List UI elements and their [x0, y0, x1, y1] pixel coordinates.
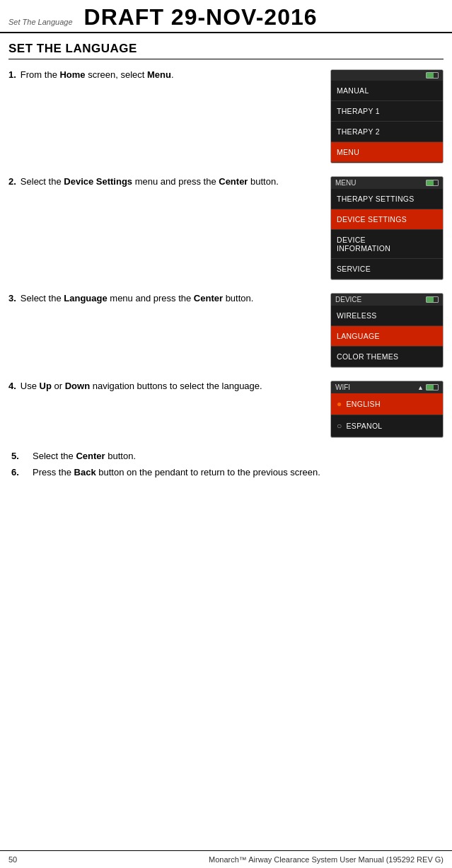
page-number: 50 [8, 855, 17, 864]
device-menu-item-1-2: THERAPY 2 [331, 122, 443, 142]
step-row-3: 3.Select the Language menu and press the… [8, 293, 444, 368]
footer-copyright: Monarch™ Airway Clearance System User Ma… [209, 855, 444, 864]
step-bold-2-1: Device Settings [64, 176, 132, 187]
step-text-1: 1.From the Home screen, select Menu. [8, 69, 330, 80]
device-screen-1: MANUALTHERAPY 1THERAPY 2MENU [330, 69, 444, 163]
device-screen-3: DEVICEWIRELESSLANGUAGECOLOR THEMES [330, 293, 444, 368]
step-number-1: 1. [8, 69, 16, 80]
device-battery-2 [426, 180, 439, 186]
simple-step-number-1: 5. [11, 451, 28, 461]
device-menu-item-2-1: DEVICE SETTINGS [331, 209, 443, 230]
step-para-1: From the Home screen, select Menu. [21, 69, 174, 80]
header-title: DRAFT 29-NOV-2016 [84, 4, 318, 30]
simple-step-bold-1-1: Center [76, 451, 105, 461]
device-menu-item-3-2: COLOR THEMES [331, 347, 443, 367]
page-footer: 50 Monarch™ Airway Clearance System User… [0, 850, 452, 868]
step-text-2: 2.Select the Device Settings menu and pr… [8, 176, 330, 187]
simple-step-text-1: Select the Center button. [33, 451, 136, 461]
device-header-3: DEVICE [331, 294, 443, 306]
device-screen-4: WIFI▲●ENGLISH○ESPANOL [330, 381, 444, 438]
step-number-3: 3. [8, 293, 16, 303]
device-menu-item-3-0: WIRELESS [331, 306, 443, 326]
device-header-1 [331, 70, 443, 81]
step-bold-2-3: Center [219, 176, 248, 187]
device-menu-item-3-1: LANGUAGE [331, 326, 443, 347]
device-menu-item-4-1: ○ESPANOL [331, 415, 443, 437]
step-para-4: Use Up or Down navigation buttons to sel… [21, 381, 262, 391]
step-row-1: 1.From the Home screen, select Menu.MANU… [8, 69, 444, 163]
step-bold-3-1: Language [64, 293, 107, 303]
device-menu-item-1-3: MENU [331, 142, 443, 163]
device-menu-item-2-3: SERVICE [331, 259, 443, 279]
steps-container: 1.From the Home screen, select Menu.MANU… [8, 69, 444, 438]
device-menu-item-4-0: ●ENGLISH [331, 393, 443, 415]
battery-icon-3 [426, 296, 439, 303]
step-para-3: Select the Language menu and press the C… [21, 293, 254, 303]
main-content: SET THE LANGUAGE 1.From the Home screen,… [0, 33, 452, 511]
device-menu-item-2-0: THERAPY SETTINGS [331, 189, 443, 209]
battery-icon-2 [426, 180, 439, 186]
device-header-4: WIFI▲ [331, 381, 443, 393]
wifi-icon-4: ▲ [417, 384, 424, 391]
device-header-label-2: MENU [335, 179, 356, 187]
battery-icon-1 [426, 72, 439, 79]
step-text-4: 4.Use Up or Down navigation buttons to s… [8, 381, 330, 391]
header-subtitle: Set The Language [8, 18, 73, 26]
step-number-4: 4. [8, 381, 16, 391]
device-header-label-3: DEVICE [335, 296, 361, 303]
step-text-3: 3.Select the Language menu and press the… [8, 293, 330, 303]
radio-icon-4-0: ● [337, 399, 342, 409]
device-header-2: MENU [331, 177, 443, 189]
device-battery-1 [426, 72, 439, 79]
device-menu-item-2-2: DEVICEINFORMATION [331, 230, 443, 259]
step-bold-3-3: Center [194, 293, 223, 303]
step-bold-4-3: Down [65, 381, 90, 391]
simple-step-bold-2-1: Back [74, 467, 96, 478]
device-header-label-4: WIFI [335, 383, 350, 391]
device-menu-item-1-0: MANUAL [331, 81, 443, 101]
simple-step-number-2: 6. [11, 467, 28, 478]
step-para-2: Select the Device Settings menu and pres… [21, 176, 279, 187]
battery-icon-4 [426, 384, 439, 390]
page-header: Set The Language DRAFT 29-NOV-2016 [0, 0, 452, 33]
simple-step-1: 5.Select the Center button. [8, 451, 444, 461]
device-battery-3 [426, 296, 439, 303]
step-number-2: 2. [8, 176, 16, 187]
step-row-4: 4.Use Up or Down navigation buttons to s… [8, 381, 444, 438]
step-row-2: 2.Select the Device Settings menu and pr… [8, 176, 444, 280]
device-battery-4: ▲ [417, 384, 439, 391]
section-title: SET THE LANGUAGE [8, 42, 444, 59]
step-bold-4-1: Up [40, 381, 52, 391]
simple-steps-container: 5.Select the Center button.6.Press the B… [8, 451, 444, 478]
device-menu-item-1-1: THERAPY 1 [331, 101, 443, 122]
radio-icon-4-1: ○ [337, 421, 342, 431]
device-screen-2: MENUTHERAPY SETTINGSDEVICE SETTINGSDEVIC… [330, 176, 444, 280]
step-bold-1-1: Home [59, 69, 85, 80]
simple-step-text-2: Press the Back button on the pendant to … [33, 467, 320, 478]
simple-step-2: 6.Press the Back button on the pendant t… [8, 467, 444, 478]
step-bold-1-3: Menu [147, 69, 171, 80]
